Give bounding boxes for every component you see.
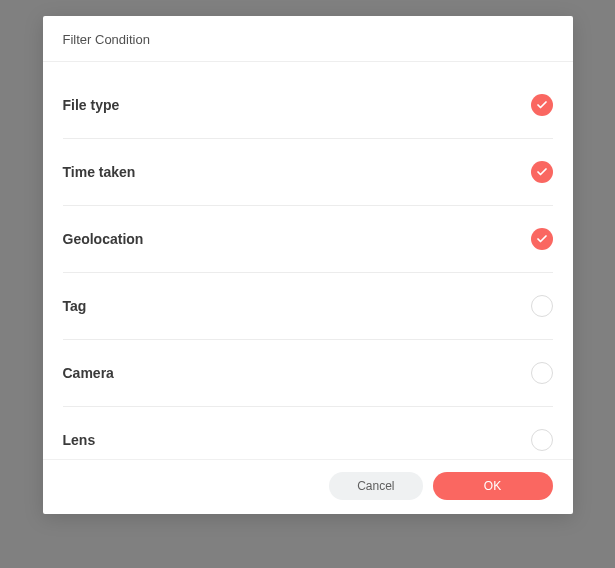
filter-item[interactable]: Tag bbox=[63, 273, 553, 340]
unchecked-icon[interactable] bbox=[531, 429, 553, 451]
ok-button[interactable]: OK bbox=[433, 472, 553, 500]
unchecked-icon[interactable] bbox=[531, 295, 553, 317]
checkmark-icon[interactable] bbox=[531, 228, 553, 250]
unchecked-icon[interactable] bbox=[531, 362, 553, 384]
filter-condition-modal: Filter Condition File typeTime takenGeol… bbox=[43, 16, 573, 514]
filter-item-label: Time taken bbox=[63, 164, 136, 180]
cancel-button[interactable]: Cancel bbox=[329, 472, 422, 500]
modal-body[interactable]: File typeTime takenGeolocationTagCameraL… bbox=[43, 62, 573, 459]
filter-item-label: Geolocation bbox=[63, 231, 144, 247]
filter-list: File typeTime takenGeolocationTagCameraL… bbox=[63, 62, 553, 459]
filter-item-label: Tag bbox=[63, 298, 87, 314]
filter-item[interactable]: File type bbox=[63, 72, 553, 139]
modal-footer: Cancel OK bbox=[43, 459, 573, 514]
filter-item-label: File type bbox=[63, 97, 120, 113]
modal-header: Filter Condition bbox=[43, 16, 573, 62]
checkmark-icon[interactable] bbox=[531, 94, 553, 116]
filter-item[interactable]: Lens bbox=[63, 407, 553, 459]
filter-item[interactable]: Time taken bbox=[63, 139, 553, 206]
filter-item-label: Camera bbox=[63, 365, 114, 381]
modal-title: Filter Condition bbox=[63, 32, 553, 47]
filter-item[interactable]: Geolocation bbox=[63, 206, 553, 273]
filter-item[interactable]: Camera bbox=[63, 340, 553, 407]
checkmark-icon[interactable] bbox=[531, 161, 553, 183]
filter-item-label: Lens bbox=[63, 432, 96, 448]
